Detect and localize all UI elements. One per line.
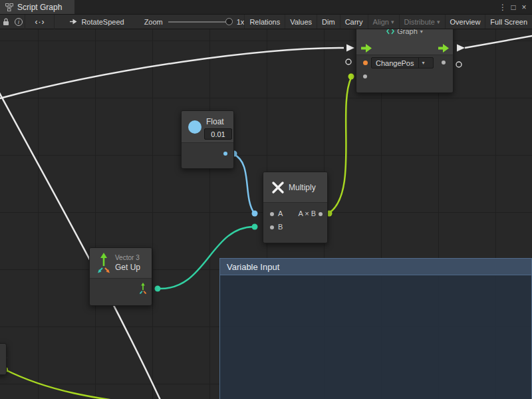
- port-b-label: B: [278, 223, 283, 231]
- get-up-node[interactable]: Vector 3 Get Up: [89, 247, 152, 306]
- wire-flow-out: [465, 35, 532, 48]
- info-icon[interactable]: i: [13, 15, 25, 29]
- group-header[interactable]: Variable Input: [220, 259, 531, 275]
- wire-flow-diagonal: [0, 89, 177, 399]
- lock-icon[interactable]: [0, 15, 13, 29]
- variable-input-group[interactable]: Variable Input: [219, 258, 532, 399]
- wire-flow-in: [0, 48, 344, 100]
- port-open-right: [456, 62, 462, 67]
- port-a-label: A: [278, 209, 283, 217]
- title-bar: Script Graph ⋮ □ ×: [0, 0, 532, 15]
- variable-name: ChangePos: [372, 58, 418, 68]
- multiply-b-port[interactable]: [270, 225, 274, 229]
- port-open-left: [346, 59, 351, 65]
- vector3-output-port[interactable]: [138, 283, 148, 295]
- chevron-down-icon: ▾: [391, 19, 394, 25]
- relations-button[interactable]: Relations: [244, 15, 285, 29]
- tab-script-graph[interactable]: Script Graph: [0, 0, 74, 14]
- graph-name-label: RotateSpeed: [81, 18, 124, 26]
- multiply-result-port[interactable]: [319, 212, 323, 216]
- float-output-port[interactable]: [223, 152, 227, 156]
- graph-asset-icon: [69, 17, 78, 26]
- multiply-a-port[interactable]: [270, 212, 274, 216]
- code-preview-button[interactable]: ‹·›: [25, 15, 55, 29]
- zoom-value: 1x: [237, 18, 245, 26]
- multiply-node-title: Multiply: [289, 183, 316, 192]
- input-value-port[interactable]: [363, 74, 367, 78]
- overview-button[interactable]: Overview: [445, 15, 485, 29]
- multiply-b-endpoint: [252, 224, 258, 230]
- tab-label: Script Graph: [17, 3, 62, 12]
- multiply-a-endpoint: [252, 211, 258, 217]
- values-button[interactable]: Values: [285, 15, 317, 29]
- graph-scope-icon: [386, 29, 394, 35]
- multiply-node[interactable]: Multiply A A × B B: [263, 172, 328, 243]
- menu-icon[interactable]: ⋮: [497, 3, 508, 12]
- close-icon[interactable]: ×: [519, 3, 529, 12]
- float-type-icon: [188, 120, 201, 134]
- setvar-value-endpoint: [348, 74, 354, 80]
- getup-wire-start: [155, 286, 161, 292]
- vector3-icon: [95, 253, 112, 274]
- fullscreen-button[interactable]: Full Screen: [485, 15, 532, 29]
- float-node[interactable]: Float 0.01: [181, 110, 234, 169]
- graph-breadcrumb: RotateSpeed: [69, 17, 124, 26]
- flow-output-port[interactable]: [438, 44, 450, 53]
- chevron-down-icon: ▾: [437, 19, 440, 25]
- set-variable-node[interactable]: Graph ▾ ChangePos ▾: [356, 29, 454, 93]
- graph-toolbar: i ‹·› RotateSpeed Zoom 1x Relations Valu…: [0, 15, 532, 29]
- port-result-label: A × B: [298, 209, 316, 217]
- variable-select-dropdown[interactable]: ChangePos ▾: [371, 57, 434, 68]
- zoom-slider-knob[interactable]: [225, 18, 233, 25]
- flow-input-port[interactable]: [361, 44, 372, 53]
- graph-canvas[interactable]: Variable Input Graph ▾: [0, 29, 532, 399]
- multiply-icon: [271, 181, 285, 194]
- offscreen-node[interactable]: [0, 343, 7, 375]
- group-title: Variable Input: [227, 262, 279, 272]
- variable-scope-dropdown[interactable]: Graph ▾: [356, 29, 453, 35]
- output-value-port[interactable]: [442, 61, 446, 65]
- zoom-label: Zoom: [144, 18, 163, 26]
- variable-name-port[interactable]: [363, 61, 368, 65]
- maximize-icon[interactable]: □: [508, 3, 519, 12]
- carry-button[interactable]: Carry: [340, 15, 368, 29]
- align-button[interactable]: Align ▾: [368, 15, 399, 29]
- scope-label: Graph: [397, 29, 418, 35]
- chevron-down-icon: ▾: [420, 29, 423, 35]
- wire-green-bottom: [5, 370, 146, 399]
- script-graph-icon: [5, 3, 13, 11]
- dim-button[interactable]: Dim: [317, 15, 340, 29]
- wire-float-to-multiply: [233, 154, 254, 213]
- get-up-type-label: Vector 3: [115, 254, 140, 261]
- wire-multiply-to-setvar: [329, 78, 351, 213]
- code-icon: ‹·›: [35, 17, 45, 27]
- float-node-title: Float: [206, 117, 224, 126]
- distribute-button[interactable]: Distribute ▾: [399, 15, 445, 29]
- chevron-down-icon: ▾: [418, 58, 428, 68]
- window-controls: ⋮ □ ×: [497, 0, 532, 14]
- zoom-slider[interactable]: [168, 21, 231, 23]
- zoom-control: Zoom 1x: [144, 18, 245, 26]
- float-value-field[interactable]: 0.01: [204, 128, 232, 140]
- flow-arrowhead-out: [457, 45, 465, 52]
- get-up-node-title: Get Up: [115, 263, 140, 272]
- flow-arrowhead-in: [346, 45, 354, 52]
- toolbar-buttons: Relations Values Dim Carry Align ▾ Distr…: [244, 15, 532, 29]
